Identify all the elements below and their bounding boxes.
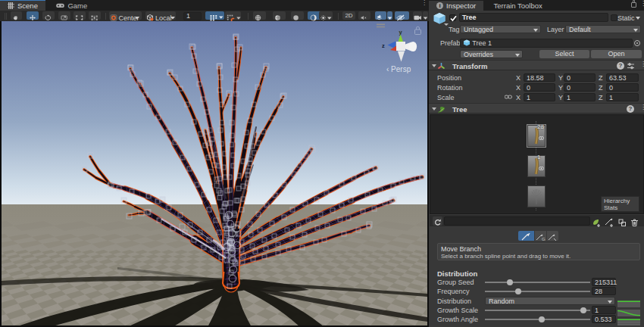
svg-text:G: G [542, 237, 546, 241]
svg-text:z: z [382, 42, 385, 49]
svg-text:Local: Local [155, 14, 172, 22]
svg-text:‹ Persp: ‹ Persp [386, 65, 411, 73]
